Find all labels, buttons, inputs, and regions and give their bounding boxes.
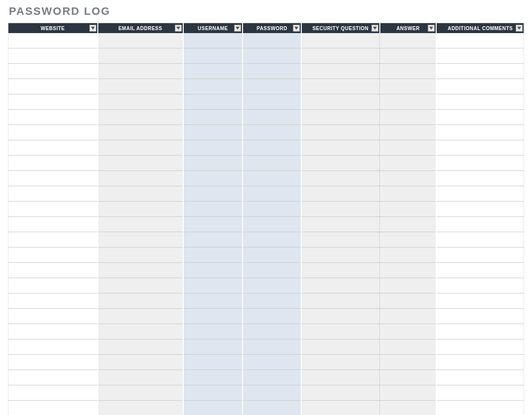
cell-comments[interactable] — [436, 401, 524, 415]
cell-password[interactable] — [243, 125, 301, 140]
cell-comments[interactable] — [436, 232, 524, 248]
cell-website[interactable] — [8, 370, 98, 385]
cell-website[interactable] — [8, 248, 98, 263]
cell-password[interactable] — [243, 248, 301, 263]
cell-website[interactable] — [8, 171, 98, 186]
cell-password[interactable] — [243, 370, 301, 385]
cell-comments[interactable] — [436, 202, 524, 217]
cell-comments[interactable] — [436, 370, 524, 385]
cell-answer[interactable] — [380, 293, 437, 309]
cell-answer[interactable] — [380, 171, 437, 186]
cell-website[interactable] — [8, 293, 98, 309]
cell-username[interactable] — [183, 125, 243, 140]
cell-comments[interactable] — [436, 293, 524, 309]
cell-website[interactable] — [8, 263, 98, 278]
cell-website[interactable] — [8, 125, 98, 140]
cell-email[interactable] — [98, 33, 183, 48]
cell-email[interactable] — [98, 355, 183, 370]
cell-username[interactable] — [183, 48, 243, 64]
cell-website[interactable] — [8, 309, 98, 324]
cell-username[interactable] — [183, 324, 243, 339]
cell-username[interactable] — [183, 94, 243, 110]
cell-password[interactable] — [243, 64, 301, 79]
cell-security-question[interactable] — [301, 339, 380, 355]
cell-security-question[interactable] — [301, 140, 380, 156]
cell-password[interactable] — [243, 385, 301, 401]
cell-security-question[interactable] — [301, 293, 380, 309]
cell-username[interactable] — [183, 339, 243, 355]
cell-security-question[interactable] — [301, 156, 380, 171]
cell-website[interactable] — [8, 156, 98, 171]
cell-security-question[interactable] — [301, 232, 380, 248]
cell-website[interactable] — [8, 33, 98, 48]
cell-security-question[interactable] — [301, 110, 380, 125]
cell-security-question[interactable] — [301, 217, 380, 232]
cell-comments[interactable] — [436, 125, 524, 140]
cell-email[interactable] — [98, 263, 183, 278]
cell-security-question[interactable] — [301, 370, 380, 385]
cell-email[interactable] — [98, 232, 183, 248]
cell-comments[interactable] — [436, 140, 524, 156]
cell-website[interactable] — [8, 339, 98, 355]
cell-answer[interactable] — [380, 110, 437, 125]
cell-website[interactable] — [8, 48, 98, 64]
cell-password[interactable] — [243, 324, 301, 339]
cell-security-question[interactable] — [301, 33, 380, 48]
cell-email[interactable] — [98, 156, 183, 171]
cell-password[interactable] — [243, 309, 301, 324]
cell-email[interactable] — [98, 171, 183, 186]
cell-security-question[interactable] — [301, 202, 380, 217]
cell-username[interactable] — [183, 278, 243, 293]
cell-answer[interactable] — [380, 156, 437, 171]
cell-comments[interactable] — [436, 33, 524, 48]
cell-password[interactable] — [243, 48, 301, 64]
cell-email[interactable] — [98, 125, 183, 140]
filter-button-answer[interactable] — [428, 25, 435, 32]
cell-security-question[interactable] — [301, 79, 380, 94]
cell-username[interactable] — [183, 64, 243, 79]
cell-website[interactable] — [8, 140, 98, 156]
cell-answer[interactable] — [380, 401, 437, 415]
cell-security-question[interactable] — [301, 385, 380, 401]
cell-email[interactable] — [98, 401, 183, 415]
cell-username[interactable] — [183, 186, 243, 202]
cell-security-question[interactable] — [301, 278, 380, 293]
cell-email[interactable] — [98, 48, 183, 64]
cell-website[interactable] — [8, 385, 98, 401]
cell-password[interactable] — [243, 156, 301, 171]
cell-username[interactable] — [183, 33, 243, 48]
cell-website[interactable] — [8, 186, 98, 202]
cell-security-question[interactable] — [301, 401, 380, 415]
cell-website[interactable] — [8, 401, 98, 415]
cell-username[interactable] — [183, 248, 243, 263]
cell-answer[interactable] — [380, 125, 437, 140]
cell-password[interactable] — [243, 232, 301, 248]
cell-answer[interactable] — [380, 202, 437, 217]
cell-email[interactable] — [98, 278, 183, 293]
cell-email[interactable] — [98, 324, 183, 339]
cell-username[interactable] — [183, 140, 243, 156]
cell-email[interactable] — [98, 339, 183, 355]
cell-comments[interactable] — [436, 355, 524, 370]
cell-answer[interactable] — [380, 79, 437, 94]
cell-website[interactable] — [8, 232, 98, 248]
filter-button-username[interactable] — [234, 25, 241, 32]
cell-email[interactable] — [98, 248, 183, 263]
cell-answer[interactable] — [380, 309, 437, 324]
cell-username[interactable] — [183, 202, 243, 217]
cell-comments[interactable] — [436, 110, 524, 125]
cell-password[interactable] — [243, 217, 301, 232]
cell-security-question[interactable] — [301, 64, 380, 79]
cell-comments[interactable] — [436, 217, 524, 232]
filter-button-comments[interactable] — [516, 25, 523, 32]
cell-security-question[interactable] — [301, 94, 380, 110]
cell-answer[interactable] — [380, 64, 437, 79]
cell-email[interactable] — [98, 293, 183, 309]
cell-password[interactable] — [243, 110, 301, 125]
cell-email[interactable] — [98, 202, 183, 217]
cell-username[interactable] — [183, 232, 243, 248]
cell-comments[interactable] — [436, 385, 524, 401]
cell-email[interactable] — [98, 110, 183, 125]
cell-username[interactable] — [183, 385, 243, 401]
cell-answer[interactable] — [380, 385, 437, 401]
